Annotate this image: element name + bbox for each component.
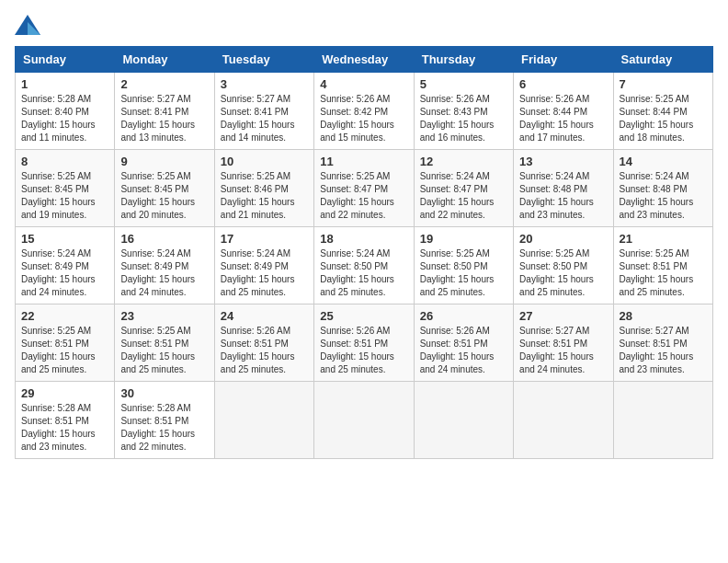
day-number: 30 bbox=[120, 386, 208, 400]
day-info: Sunrise: 5:25 AMSunset: 8:50 PMDaylight:… bbox=[420, 247, 507, 299]
calendar-cell: 17 Sunrise: 5:24 AMSunset: 8:49 PMDaylig… bbox=[214, 227, 313, 304]
logo-icon bbox=[15, 15, 40, 35]
calendar-header-wednesday: Wednesday bbox=[314, 47, 414, 73]
day-info: Sunrise: 5:25 AMSunset: 8:47 PMDaylight:… bbox=[320, 170, 407, 222]
day-number: 8 bbox=[21, 155, 108, 168]
day-number: 22 bbox=[21, 309, 108, 323]
day-info: Sunrise: 5:26 AMSunset: 8:42 PMDaylight:… bbox=[320, 93, 407, 144]
day-number: 20 bbox=[519, 232, 607, 246]
calendar-cell: 14 Sunrise: 5:24 AMSunset: 8:48 PMDaylig… bbox=[613, 150, 712, 227]
calendar-week-row: 29 Sunrise: 5:28 AMSunset: 8:51 PMDaylig… bbox=[16, 382, 713, 459]
calendar-cell: 2 Sunrise: 5:27 AMSunset: 8:41 PMDayligh… bbox=[115, 73, 214, 150]
day-info: Sunrise: 5:26 AMSunset: 8:43 PMDaylight:… bbox=[420, 93, 507, 144]
day-info: Sunrise: 5:28 AMSunset: 8:51 PMDaylight:… bbox=[120, 402, 208, 454]
calendar-cell: 26 Sunrise: 5:26 AMSunset: 8:51 PMDaylig… bbox=[414, 304, 513, 382]
day-info: Sunrise: 5:26 AMSunset: 8:51 PMDaylight:… bbox=[221, 325, 308, 376]
day-number: 7 bbox=[620, 77, 707, 91]
calendar-cell: 3 Sunrise: 5:27 AMSunset: 8:41 PMDayligh… bbox=[214, 73, 313, 150]
day-info: Sunrise: 5:24 AMSunset: 8:48 PMDaylight:… bbox=[620, 170, 707, 222]
day-number: 12 bbox=[420, 155, 507, 168]
calendar-header-tuesday: Tuesday bbox=[214, 47, 313, 73]
calendar-week-row: 8 Sunrise: 5:25 AMSunset: 8:45 PMDayligh… bbox=[16, 150, 713, 227]
calendar-cell: 30 Sunrise: 5:28 AMSunset: 8:51 PMDaylig… bbox=[115, 382, 214, 459]
calendar-cell bbox=[214, 382, 313, 459]
calendar-week-row: 22 Sunrise: 5:25 AMSunset: 8:51 PMDaylig… bbox=[16, 304, 713, 382]
calendar-cell bbox=[514, 382, 613, 459]
calendar-cell: 23 Sunrise: 5:25 AMSunset: 8:51 PMDaylig… bbox=[115, 304, 214, 382]
day-number: 28 bbox=[620, 309, 707, 323]
day-info: Sunrise: 5:25 AMSunset: 8:44 PMDaylight:… bbox=[620, 93, 707, 144]
day-number: 3 bbox=[221, 77, 308, 91]
day-number: 9 bbox=[120, 155, 208, 168]
calendar-cell: 15 Sunrise: 5:24 AMSunset: 8:49 PMDaylig… bbox=[16, 227, 115, 304]
calendar-cell: 22 Sunrise: 5:25 AMSunset: 8:51 PMDaylig… bbox=[16, 304, 115, 382]
calendar-cell: 11 Sunrise: 5:25 AMSunset: 8:47 PMDaylig… bbox=[314, 150, 414, 227]
day-info: Sunrise: 5:25 AMSunset: 8:51 PMDaylight:… bbox=[120, 325, 208, 376]
calendar-header-row: SundayMondayTuesdayWednesdayThursdayFrid… bbox=[16, 47, 713, 73]
day-number: 18 bbox=[320, 232, 407, 246]
day-number: 1 bbox=[21, 77, 108, 91]
calendar-cell: 1 Sunrise: 5:28 AMSunset: 8:40 PMDayligh… bbox=[16, 73, 115, 150]
calendar-cell: 16 Sunrise: 5:24 AMSunset: 8:49 PMDaylig… bbox=[115, 227, 214, 304]
day-info: Sunrise: 5:27 AMSunset: 8:41 PMDaylight:… bbox=[221, 93, 308, 144]
header bbox=[15, 15, 713, 35]
day-info: Sunrise: 5:25 AMSunset: 8:45 PMDaylight:… bbox=[21, 170, 108, 222]
svg-marker-1 bbox=[28, 22, 40, 35]
day-number: 4 bbox=[320, 77, 407, 91]
calendar-header-friday: Friday bbox=[514, 47, 613, 73]
day-info: Sunrise: 5:24 AMSunset: 8:49 PMDaylight:… bbox=[21, 247, 108, 299]
day-info: Sunrise: 5:28 AMSunset: 8:51 PMDaylight:… bbox=[21, 402, 108, 454]
day-number: 24 bbox=[221, 309, 308, 323]
day-info: Sunrise: 5:24 AMSunset: 8:48 PMDaylight:… bbox=[519, 170, 607, 222]
day-number: 15 bbox=[21, 232, 108, 246]
day-info: Sunrise: 5:26 AMSunset: 8:51 PMDaylight:… bbox=[320, 325, 407, 376]
day-info: Sunrise: 5:27 AMSunset: 8:41 PMDaylight:… bbox=[120, 93, 208, 144]
calendar-week-row: 1 Sunrise: 5:28 AMSunset: 8:40 PMDayligh… bbox=[16, 73, 713, 150]
day-number: 19 bbox=[420, 232, 507, 246]
calendar-cell: 13 Sunrise: 5:24 AMSunset: 8:48 PMDaylig… bbox=[514, 150, 613, 227]
day-number: 10 bbox=[221, 155, 308, 168]
calendar: SundayMondayTuesdayWednesdayThursdayFrid… bbox=[15, 46, 713, 459]
day-info: Sunrise: 5:25 AMSunset: 8:50 PMDaylight:… bbox=[519, 247, 607, 299]
calendar-cell: 20 Sunrise: 5:25 AMSunset: 8:50 PMDaylig… bbox=[514, 227, 613, 304]
day-info: Sunrise: 5:27 AMSunset: 8:51 PMDaylight:… bbox=[519, 325, 607, 376]
calendar-cell: 21 Sunrise: 5:25 AMSunset: 8:51 PMDaylig… bbox=[613, 227, 712, 304]
day-number: 6 bbox=[519, 77, 607, 91]
calendar-cell: 4 Sunrise: 5:26 AMSunset: 8:42 PMDayligh… bbox=[314, 73, 414, 150]
calendar-header-monday: Monday bbox=[115, 47, 214, 73]
calendar-cell: 25 Sunrise: 5:26 AMSunset: 8:51 PMDaylig… bbox=[314, 304, 414, 382]
day-number: 2 bbox=[120, 77, 208, 91]
day-number: 21 bbox=[620, 232, 707, 246]
day-number: 29 bbox=[21, 386, 108, 400]
day-info: Sunrise: 5:25 AMSunset: 8:51 PMDaylight:… bbox=[620, 247, 707, 299]
calendar-cell bbox=[314, 382, 414, 459]
day-info: Sunrise: 5:25 AMSunset: 8:45 PMDaylight:… bbox=[120, 170, 208, 222]
day-number: 25 bbox=[320, 309, 407, 323]
calendar-cell: 5 Sunrise: 5:26 AMSunset: 8:43 PMDayligh… bbox=[414, 73, 513, 150]
calendar-cell: 9 Sunrise: 5:25 AMSunset: 8:45 PMDayligh… bbox=[115, 150, 214, 227]
calendar-cell: 27 Sunrise: 5:27 AMSunset: 8:51 PMDaylig… bbox=[514, 304, 613, 382]
day-info: Sunrise: 5:25 AMSunset: 8:46 PMDaylight:… bbox=[221, 170, 308, 222]
calendar-cell: 19 Sunrise: 5:25 AMSunset: 8:50 PMDaylig… bbox=[414, 227, 513, 304]
day-info: Sunrise: 5:26 AMSunset: 8:51 PMDaylight:… bbox=[420, 325, 507, 376]
calendar-cell: 7 Sunrise: 5:25 AMSunset: 8:44 PMDayligh… bbox=[613, 73, 712, 150]
logo bbox=[15, 15, 44, 35]
calendar-cell: 24 Sunrise: 5:26 AMSunset: 8:51 PMDaylig… bbox=[214, 304, 313, 382]
calendar-cell: 28 Sunrise: 5:27 AMSunset: 8:51 PMDaylig… bbox=[613, 304, 712, 382]
day-number: 14 bbox=[620, 155, 707, 168]
day-info: Sunrise: 5:24 AMSunset: 8:49 PMDaylight:… bbox=[120, 247, 208, 299]
calendar-cell: 6 Sunrise: 5:26 AMSunset: 8:44 PMDayligh… bbox=[514, 73, 613, 150]
day-info: Sunrise: 5:24 AMSunset: 8:50 PMDaylight:… bbox=[320, 247, 407, 299]
calendar-cell bbox=[613, 382, 712, 459]
day-info: Sunrise: 5:27 AMSunset: 8:51 PMDaylight:… bbox=[620, 325, 707, 376]
day-number: 5 bbox=[420, 77, 507, 91]
day-info: Sunrise: 5:25 AMSunset: 8:51 PMDaylight:… bbox=[21, 325, 108, 376]
day-number: 13 bbox=[519, 155, 607, 168]
calendar-cell: 10 Sunrise: 5:25 AMSunset: 8:46 PMDaylig… bbox=[214, 150, 313, 227]
day-info: Sunrise: 5:24 AMSunset: 8:49 PMDaylight:… bbox=[221, 247, 308, 299]
day-number: 27 bbox=[519, 309, 607, 323]
day-number: 16 bbox=[120, 232, 208, 246]
day-number: 17 bbox=[221, 232, 308, 246]
calendar-week-row: 15 Sunrise: 5:24 AMSunset: 8:49 PMDaylig… bbox=[16, 227, 713, 304]
calendar-header-sunday: Sunday bbox=[16, 47, 115, 73]
